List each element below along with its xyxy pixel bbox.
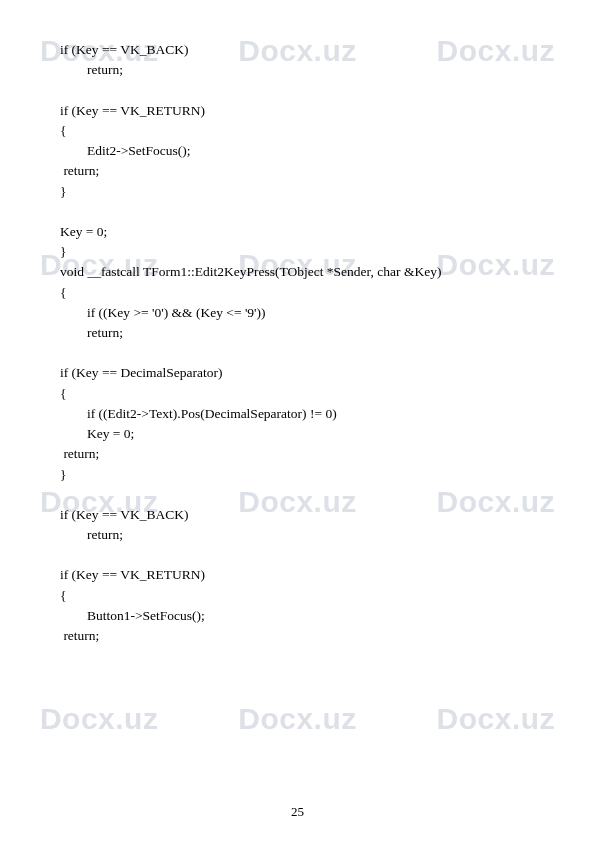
code-line: if (Key == VK_RETURN) [60,565,550,585]
code-line: Key = 0; [60,424,550,444]
code-line: return; [60,525,550,545]
watermark-row-4: Docx.uz Docx.uz Docx.uz [0,702,595,736]
code-block: if (Key == VK_BACK) return;if (Key == VK… [60,40,550,646]
code-line [60,81,550,101]
code-line: { [60,384,550,404]
code-line: if ((Edit2->Text).Pos(DecimalSeparator) … [60,404,550,424]
code-line: if (Key == VK_RETURN) [60,101,550,121]
page-number: 25 [0,804,595,820]
code-line: Key = 0; [60,222,550,242]
code-line: return; [60,626,550,646]
code-line [60,545,550,565]
code-line [60,343,550,363]
code-line: if (Key == VK_BACK) [60,40,550,60]
code-line [60,485,550,505]
code-line: return; [60,444,550,464]
code-line: } [60,182,550,202]
code-line [60,202,550,222]
code-line: if (Key == VK_BACK) [60,505,550,525]
code-line: return; [60,323,550,343]
code-line: if (Key == DecimalSeparator) [60,363,550,383]
code-line: Button1->SetFocus(); [60,606,550,626]
code-line: } [60,242,550,262]
code-line: return; [60,60,550,80]
watermark-text: Docx.uz [40,702,159,736]
watermark-text: Docx.uz [437,702,556,736]
watermark-text: Docx.uz [238,702,357,736]
code-line: { [60,283,550,303]
code-line: if ((Key >= '0') && (Key <= '9')) [60,303,550,323]
code-line: { [60,121,550,141]
code-line: return; [60,161,550,181]
code-line: void __fastcall TForm1::Edit2KeyPress(TO… [60,262,550,282]
code-line: Edit2->SetFocus(); [60,141,550,161]
code-line: } [60,465,550,485]
code-line: { [60,586,550,606]
